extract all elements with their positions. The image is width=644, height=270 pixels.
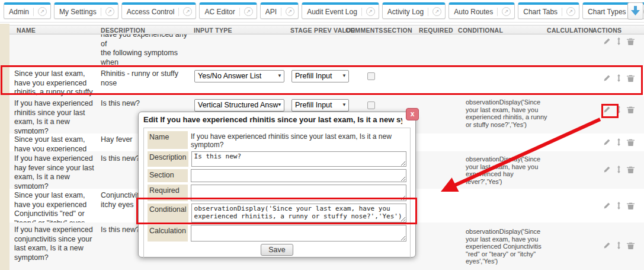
divider — [361, 8, 362, 16]
name-cell: Since your last exam, have you experienc… — [14, 191, 98, 223]
popout-icon[interactable]: ↗ — [432, 7, 441, 16]
tab-activity-log[interactable]: Activity Log ↗ — [382, 2, 446, 19]
left-margin-stripe — [0, 24, 9, 270]
tab-admin[interactable]: Admin ↗ — [4, 2, 51, 19]
tab-overflow-button[interactable] — [627, 2, 643, 20]
column-header-actions[interactable]: ACTIONS — [592, 27, 621, 34]
move-updown-icon[interactable] — [615, 138, 623, 146]
form-row-calculation: Calculation — [148, 225, 406, 242]
edit-icon[interactable] — [603, 202, 611, 209]
edit-form: Name If you have experienced rhinitis si… — [143, 128, 411, 259]
name-label: Name — [148, 131, 188, 149]
delete-icon[interactable] — [627, 37, 635, 45]
column-header-section[interactable]: SECTION — [383, 27, 412, 34]
edit-icon[interactable] — [603, 166, 611, 173]
comments-checkbox[interactable] — [367, 72, 375, 80]
tab-auto-routes[interactable]: Auto Routes ↗ — [448, 2, 515, 19]
chevron-down-icon: ▼ — [277, 102, 282, 107]
conditional-cell: observationDisplay('Since your last exam… — [466, 155, 547, 185]
move-updown-icon[interactable] — [615, 242, 623, 249]
tab-access-control[interactable]: Access Control ↗ — [121, 2, 197, 19]
description-cell: Is this new? — [101, 99, 191, 109]
form-row-name: Name If you have experienced rhinitis si… — [148, 131, 406, 149]
column-header-input-type[interactable]: INPUT TYPE — [194, 27, 232, 34]
save-button[interactable]: Save — [261, 244, 293, 256]
delete-icon[interactable] — [627, 138, 635, 146]
delete-icon[interactable] — [627, 202, 635, 209]
row-actions — [603, 37, 635, 45]
column-header-comments[interactable]: COMMENTS — [345, 27, 383, 34]
divider — [178, 8, 179, 16]
divider — [428, 8, 428, 16]
move-updown-icon[interactable] — [615, 166, 623, 173]
stage-prev-value-select[interactable]: Prefill Input ▼ — [291, 99, 349, 112]
conditional-label: Conditional — [148, 204, 188, 223]
tab-label: Audit Event Log — [307, 8, 357, 16]
tab-my-settings[interactable]: My Settings ↗ — [54, 2, 118, 19]
chevron-down-icon: ▼ — [277, 73, 282, 78]
required-textarea[interactable] — [191, 185, 406, 201]
popout-icon[interactable]: ↗ — [502, 7, 511, 16]
column-header-calculation[interactable]: CALCULATION — [547, 27, 593, 34]
calculation-textarea[interactable] — [191, 225, 406, 242]
tab-label: Admin — [9, 8, 29, 16]
close-button[interactable]: x — [406, 108, 419, 120]
column-header-required[interactable]: REQUIRED — [419, 27, 453, 34]
tab-bar: Admin ↗ My Settings ↗ Access Control ↗ A… — [0, 0, 644, 23]
delete-icon[interactable] — [627, 166, 635, 173]
table-row: have you experienced any of the followin… — [9, 34, 644, 66]
select-value: Yes/No Answer List — [198, 72, 261, 80]
tab-label: My Settings — [59, 8, 97, 16]
delete-icon[interactable] — [627, 74, 635, 82]
popout-icon[interactable]: ↗ — [38, 7, 47, 16]
name-cell: If you have experienced conjunctivitis s… — [14, 225, 98, 262]
delete-icon[interactable] — [627, 242, 635, 249]
tab-audit-event-log[interactable]: Audit Event Log ↗ — [302, 2, 379, 19]
stage-prev-value-select[interactable]: Prefill Input ▼ — [291, 70, 349, 82]
move-updown-icon[interactable] — [615, 74, 623, 82]
input-type-select[interactable]: Vertical Structured Answ ▼ — [194, 99, 284, 112]
popout-icon[interactable]: ↗ — [183, 7, 192, 16]
popout-icon[interactable]: ↗ — [286, 7, 294, 16]
column-header-name[interactable]: NAME — [17, 27, 36, 34]
edit-icon[interactable] — [603, 74, 611, 82]
name-cell: Since your last exam, have you experienc… — [14, 69, 98, 96]
move-updown-icon[interactable] — [615, 37, 623, 45]
chevron-down-icon: ▼ — [342, 102, 347, 107]
tab-api[interactable]: API ↗ — [260, 2, 299, 19]
edit-icon[interactable] — [603, 242, 611, 249]
delete-icon[interactable] — [627, 106, 635, 113]
table-row: Since your last exam, have you experienc… — [9, 66, 644, 96]
name-cell: Since your last exam, have you experienc… — [14, 135, 98, 151]
popout-icon[interactable]: ↗ — [244, 7, 253, 16]
edit-icon[interactable] — [603, 138, 611, 146]
conditional-cell: observationDisplay('Since your last exam… — [466, 228, 547, 265]
popout-icon[interactable]: ↗ — [566, 7, 575, 16]
conditional-textarea[interactable]: observationDisplay('Since your last exam… — [191, 204, 406, 223]
conditional-cell: observationDisplay('Since your last exam… — [466, 99, 547, 128]
edit-icon[interactable] — [603, 37, 611, 45]
app-window: Admin ↗ My Settings ↗ Access Control ↗ A… — [0, 0, 644, 270]
tab-ac-editor[interactable]: AC Editor ↗ — [199, 2, 257, 19]
tab-chart-tabs[interactable]: Chart Tabs ↗ — [518, 2, 579, 19]
description-cell: Rhinitis - runny or stuffy nose — [101, 69, 191, 88]
divider — [281, 8, 281, 16]
tab-label: API — [265, 8, 277, 16]
select-value: Vertical Structured Answ — [198, 101, 278, 109]
edit-icon[interactable] — [603, 106, 611, 113]
column-header-description[interactable]: DESCRIPTION — [101, 27, 145, 34]
column-header-conditional[interactable]: CONDITIONAL — [458, 27, 503, 34]
description-cell: Conjunctiviti itchy eyes — [101, 191, 139, 209]
row-actions — [603, 74, 635, 82]
popout-icon[interactable]: ↗ — [366, 7, 375, 16]
comments-checkbox[interactable] — [367, 101, 375, 109]
popout-icon[interactable]: ↗ — [105, 7, 114, 16]
move-updown-icon[interactable] — [615, 202, 623, 209]
input-type-select[interactable]: Yes/No Answer List ▼ — [194, 70, 284, 82]
move-updown-icon[interactable] — [615, 106, 623, 113]
row-actions — [603, 242, 635, 249]
description-textarea[interactable]: Is this new? — [191, 151, 406, 167]
edit-dialog: x Edit If you have experienced rhinitis … — [138, 112, 416, 258]
tab-label: Auto Routes — [454, 8, 493, 16]
section-textarea[interactable] — [191, 169, 406, 182]
